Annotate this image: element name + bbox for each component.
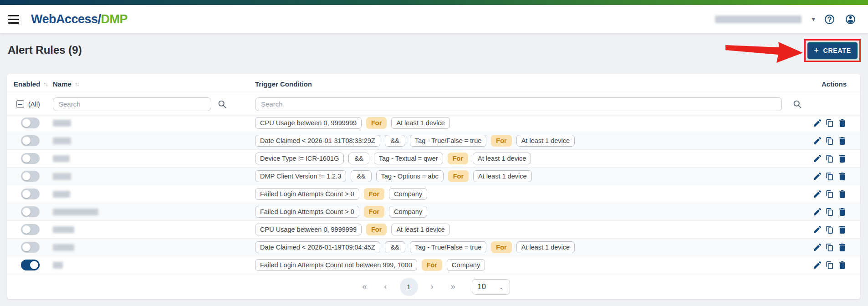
- trigger-chips: DMP Client Version != 1.2.3&&Tag - Optio…: [255, 170, 806, 182]
- menu-icon[interactable]: [8, 11, 24, 27]
- current-page-button[interactable]: 1: [400, 278, 418, 296]
- edit-icon: [814, 226, 821, 233]
- app-logo[interactable]: WebAccess/DMP: [31, 12, 128, 26]
- name-cell: [53, 209, 255, 215]
- last-page-button[interactable]: »: [446, 280, 460, 294]
- actions-cell: [806, 207, 860, 217]
- delete-button[interactable]: [838, 118, 847, 128]
- table-row: Failed Login Attempts Count > 0ForCompan…: [7, 203, 860, 221]
- duplicate-button[interactable]: [825, 136, 835, 146]
- delete-button[interactable]: [838, 136, 847, 146]
- condition-chip: Tag - True/False = true: [410, 241, 486, 253]
- edit-button[interactable]: [813, 243, 822, 252]
- next-page-button[interactable]: ›: [425, 280, 439, 294]
- chevron-down-icon: ⌄: [499, 283, 504, 291]
- duplicate-button[interactable]: [825, 243, 835, 252]
- name-cell: [53, 262, 255, 269]
- delete-icon: [839, 155, 846, 163]
- duplicate-button[interactable]: [825, 189, 835, 199]
- table-row: Failed Login Attempts Count not between …: [7, 256, 860, 274]
- delete-button[interactable]: [838, 207, 847, 217]
- condition-chip: CPU Usage between 0, 9999999: [255, 117, 362, 129]
- edit-button[interactable]: [813, 260, 822, 270]
- column-header-trigger: Trigger Condition: [255, 80, 806, 88]
- delete-button[interactable]: [838, 172, 847, 181]
- enabled-toggle[interactable]: [21, 153, 40, 164]
- account-button[interactable]: [843, 12, 857, 26]
- name-cell: [53, 244, 255, 251]
- delete-button[interactable]: [838, 189, 847, 199]
- name-search-button[interactable]: [218, 100, 227, 109]
- alert-rules-table: Enabled ↑↓ Name ↑↓ Trigger Condition Act…: [7, 74, 860, 299]
- actions-cell: [806, 243, 860, 252]
- help-button[interactable]: [822, 12, 836, 26]
- edit-button[interactable]: [813, 207, 822, 216]
- page-size-value: 10: [478, 282, 486, 291]
- sort-enabled-button[interactable]: ↑↓: [43, 81, 47, 87]
- trigger-chips: Date Claimed < 2026-01-31T08:33:29Z&&Tag…: [255, 135, 806, 147]
- enabled-toggle[interactable]: [21, 260, 40, 270]
- table-filter-row: (All): [7, 94, 860, 114]
- duplicate-button[interactable]: [825, 260, 835, 270]
- enabled-toggle[interactable]: [21, 171, 40, 182]
- duplicate-button[interactable]: [825, 154, 835, 163]
- enabled-header-label: Enabled: [14, 80, 40, 88]
- enabled-toggle[interactable]: [21, 206, 40, 217]
- duplicate-icon: [826, 119, 834, 127]
- edit-button[interactable]: [813, 225, 822, 234]
- edit-button[interactable]: [813, 189, 822, 199]
- condition-chip: Failed Login Attempts Count > 0: [255, 188, 359, 200]
- column-header-name: Name ↑↓: [53, 80, 255, 88]
- duplicate-icon: [826, 208, 834, 216]
- duplicate-button[interactable]: [825, 207, 835, 217]
- name-cell: [53, 120, 255, 127]
- for-chip: For: [364, 188, 384, 200]
- enabled-cell: [7, 117, 53, 128]
- pagination: « ‹ 1 › » 10 ⌄: [7, 274, 860, 299]
- enabled-cell: [7, 242, 53, 253]
- trigger-chips: Failed Login Attempts Count > 0ForCompan…: [255, 206, 806, 218]
- delete-button[interactable]: [838, 225, 847, 235]
- previous-page-button[interactable]: ‹: [379, 280, 393, 294]
- name-search-input[interactable]: [53, 97, 211, 111]
- filter-cell-name: [53, 97, 255, 111]
- actions-cell: [806, 118, 860, 128]
- duplicate-icon: [826, 226, 834, 234]
- enabled-toggle[interactable]: [21, 224, 40, 235]
- select-all-checkbox[interactable]: [16, 100, 24, 108]
- edit-icon: [814, 173, 821, 180]
- enabled-toggle[interactable]: [21, 135, 40, 146]
- condition-chip: Failed Login Attempts Count not between …: [255, 259, 417, 271]
- delete-button[interactable]: [838, 154, 847, 163]
- first-page-button[interactable]: «: [358, 280, 372, 294]
- delete-icon: [839, 137, 846, 145]
- condition-chip: Date Claimed < 2026-01-31T08:33:29Z: [255, 135, 380, 147]
- trigger-search-button[interactable]: [793, 100, 802, 109]
- duplicate-button[interactable]: [825, 172, 835, 181]
- enabled-toggle[interactable]: [21, 242, 40, 253]
- redacted-rule-name: [53, 191, 70, 198]
- operator-chip: &&: [348, 153, 369, 164]
- trigger-search-input[interactable]: [255, 97, 782, 111]
- duplicate-button[interactable]: [825, 118, 835, 128]
- page-size-select[interactable]: 10 ⌄: [472, 279, 510, 295]
- sort-name-button[interactable]: ↑↓: [75, 81, 79, 87]
- create-button[interactable]: + CREATE: [807, 42, 858, 59]
- trigger-chips: Device Type != ICR-1601G&&Tag - Textual …: [255, 153, 806, 164]
- edit-button[interactable]: [813, 172, 822, 181]
- table-row: DMP Client Version != 1.2.3&&Tag - Optio…: [7, 168, 860, 185]
- edit-button[interactable]: [813, 154, 822, 163]
- duplicate-button[interactable]: [825, 225, 835, 235]
- edit-button[interactable]: [813, 136, 822, 145]
- enabled-toggle[interactable]: [21, 189, 40, 199]
- delete-button[interactable]: [838, 260, 847, 270]
- trigger-chips: CPU Usage between 0, 9999999ForAt least …: [255, 224, 806, 235]
- edit-button[interactable]: [813, 118, 822, 128]
- account-selector[interactable]: ▾: [715, 15, 815, 23]
- actions-cell: [806, 260, 860, 270]
- for-chip: For: [491, 241, 511, 253]
- condition-chip: Device Type != ICR-1601G: [255, 153, 344, 164]
- enabled-toggle[interactable]: [21, 117, 40, 128]
- name-cell: [53, 173, 255, 180]
- delete-button[interactable]: [838, 243, 847, 252]
